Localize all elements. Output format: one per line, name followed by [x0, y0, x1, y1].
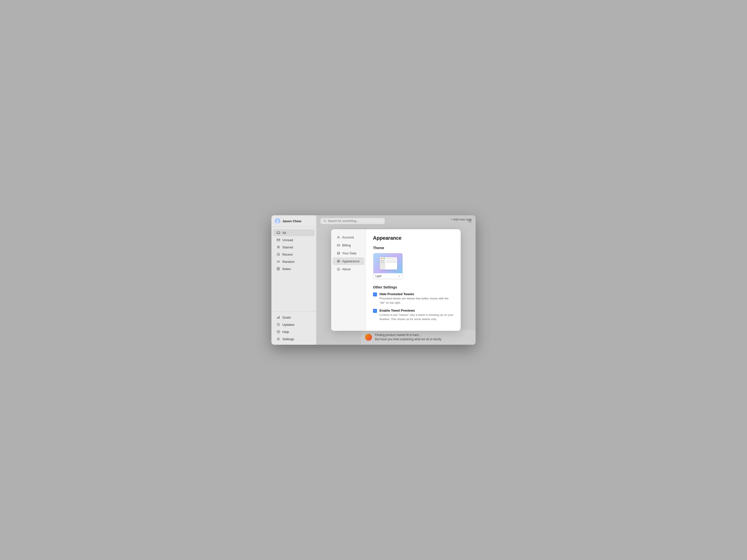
- main-area: + Add new note Account: [316, 215, 475, 345]
- svg-point-2: [276, 222, 279, 224]
- svg-point-9: [278, 339, 279, 340]
- settings-modal: Account Billing: [331, 229, 461, 331]
- preview-content-line: [386, 262, 396, 263]
- sidebar-item-updates-label: Updates: [282, 323, 294, 326]
- modal-nav-about[interactable]: About: [333, 265, 364, 273]
- hide-promoted-label: Hide Promoted Tweets: [380, 292, 454, 296]
- modal-overlay: Account Billing: [316, 215, 475, 345]
- modal-nav-appearance[interactable]: Appearance: [333, 257, 364, 265]
- sidebar-item-recent-label: Recent: [282, 252, 292, 256]
- username: Jason Chew: [282, 219, 301, 223]
- svg-rect-4: [277, 239, 280, 241]
- sidebar-item-random[interactable]: Random: [273, 258, 315, 265]
- modal-content: Appearance Theme: [366, 229, 461, 331]
- modal-nav-billing[interactable]: Billing: [333, 241, 364, 249]
- preview-sidebar: [380, 260, 385, 270]
- modal-sidebar: Account Billing: [331, 229, 366, 331]
- preview-body: [380, 260, 397, 270]
- theme-label-row: Light ✓: [374, 273, 403, 279]
- sidebar-item-starred[interactable]: Starred: [273, 244, 315, 250]
- sidebar-item-updates[interactable]: Updates: [273, 321, 315, 328]
- checkbox-item-hide-promoted: ✓ Hide Promoted Tweets Promoted tweets a…: [373, 292, 454, 305]
- modal-nav-appearance-label: Appearance: [342, 259, 360, 263]
- other-settings-label: Other Settings: [373, 285, 454, 289]
- star-icon: [276, 245, 280, 249]
- sidebar-item-notes[interactable]: Notes: [273, 265, 315, 272]
- sidebar-item-unread-label: Unread: [282, 238, 293, 242]
- hide-promoted-checkbox[interactable]: ✓: [373, 292, 377, 296]
- svg-point-11: [338, 236, 339, 237]
- hide-promoted-desc: Promoted tweets are tweets that twitter …: [380, 296, 454, 305]
- enable-previews-checkbox[interactable]: ✓: [373, 309, 377, 313]
- sidebar-bottom: Goals Updates Help: [272, 311, 316, 345]
- info-icon: [337, 268, 340, 271]
- sidebar-item-random-label: Random: [282, 260, 294, 264]
- preview-content-line: [386, 261, 396, 262]
- shuffle-icon: [276, 260, 280, 264]
- sidebar-item-help[interactable]: Help: [273, 328, 315, 335]
- appearance-icon: [337, 260, 340, 263]
- person-icon: [337, 236, 340, 239]
- sidebar-item-all[interactable]: All: [273, 229, 315, 236]
- checkbox-check: ✓: [374, 310, 376, 312]
- checkbox-item-enable-previews: ✓ Enable Tweet Previews Context is just …: [373, 309, 454, 322]
- inbox-icon: [276, 231, 280, 235]
- svg-point-1: [277, 219, 279, 221]
- preview-content-line: [386, 260, 396, 261]
- modal-title: Appearance: [373, 235, 454, 241]
- preview-dot-green: [384, 258, 385, 259]
- theme-preview: [374, 254, 403, 273]
- theme-card-light[interactable]: Light ✓: [373, 253, 403, 279]
- preview-dot-yellow: [382, 258, 383, 259]
- preview-main: [385, 260, 397, 270]
- sidebar-item-starred-label: Starred: [282, 245, 293, 249]
- help-circle-icon: [276, 330, 280, 334]
- user-profile[interactable]: Jason Chew: [272, 215, 316, 227]
- enable-previews-desc: Context is just "reason" why a tweet is …: [380, 313, 454, 322]
- preview-line: [381, 262, 384, 263]
- gear-icon: [276, 337, 280, 341]
- theme-label: Light: [376, 274, 382, 277]
- mail-icon: [276, 238, 280, 242]
- modal-nav-about-label: About: [342, 267, 351, 271]
- sidebar: Jason Chew All Unrea: [272, 215, 316, 345]
- svg-point-13: [337, 252, 340, 253]
- sidebar-item-notes-label: Notes: [282, 267, 291, 271]
- preview-dot-red: [381, 258, 382, 259]
- hide-promoted-text: Hide Promoted Tweets Promoted tweets are…: [380, 292, 454, 305]
- file-icon: [276, 267, 280, 271]
- svg-point-8: [278, 332, 279, 333]
- enable-previews-text: Enable Tweet Previews Context is just "r…: [380, 309, 454, 322]
- modal-nav-billing-label: Billing: [342, 243, 351, 247]
- modal-nav-account[interactable]: Account: [333, 234, 364, 241]
- modal-nav-your-data-label: Your Data: [342, 251, 356, 255]
- other-settings-section: Other Settings ✓ Hide Promoted Tweets Pr…: [373, 285, 454, 321]
- sidebar-nav: All Unread Starred: [272, 227, 316, 311]
- sidebar-item-settings-label: Settings: [282, 337, 294, 341]
- svg-point-15: [338, 261, 339, 262]
- database-icon: [337, 251, 340, 255]
- sidebar-item-goals[interactable]: Goals: [273, 314, 315, 321]
- enable-previews-label: Enable Tweet Previews: [380, 309, 454, 312]
- clock-icon: [276, 252, 280, 256]
- preview-window: [380, 257, 397, 270]
- modal-nav-your-data[interactable]: Your Data: [333, 249, 364, 257]
- preview-line: [381, 261, 384, 262]
- sidebar-item-help-label: Help: [282, 330, 289, 334]
- sidebar-item-settings[interactable]: Settings: [273, 336, 315, 343]
- app-window: Jason Chew All Unrea: [272, 215, 475, 345]
- preview-titlebar: [380, 257, 397, 260]
- sidebar-item-all-label: All: [282, 231, 286, 235]
- sidebar-item-recent[interactable]: Recent: [273, 251, 315, 258]
- sparkle-icon: [276, 323, 280, 326]
- theme-checkmark: ✓: [398, 275, 401, 277]
- sidebar-item-unread[interactable]: Unread: [273, 236, 315, 243]
- theme-section-label: Theme: [373, 246, 454, 250]
- checkbox-check: ✓: [374, 293, 376, 296]
- sidebar-item-goals-label: Goals: [282, 316, 291, 319]
- chart-icon: [276, 315, 280, 319]
- avatar: [275, 218, 280, 224]
- modal-nav-account-label: Account: [342, 236, 354, 239]
- card-icon: [337, 244, 340, 247]
- preview-line: [381, 260, 384, 261]
